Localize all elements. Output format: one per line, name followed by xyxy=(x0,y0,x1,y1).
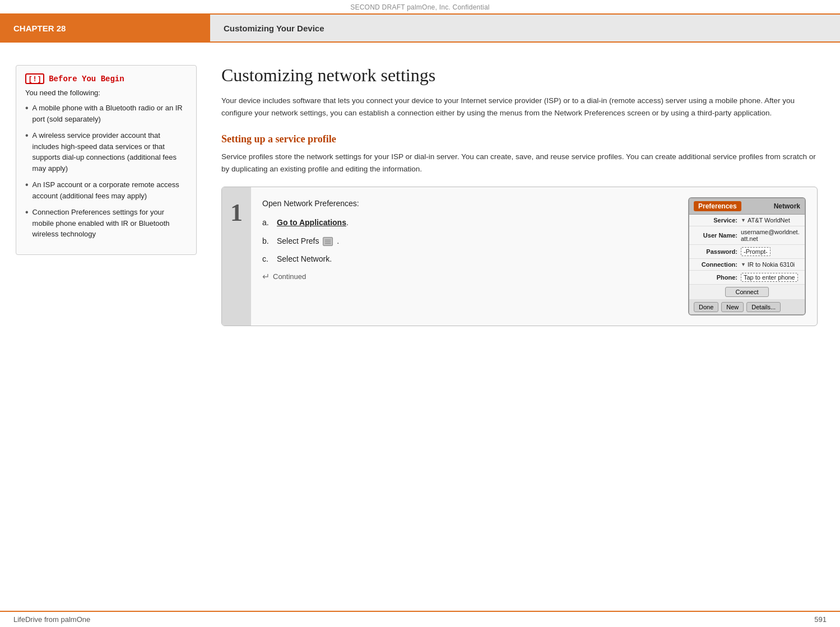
bullet-item-4: • Connection Preferences settings for yo… xyxy=(25,207,187,240)
done-button[interactable]: Done xyxy=(694,302,718,312)
connect-button[interactable]: Connect xyxy=(725,287,769,297)
before-begin-box: [ ! ] Before You Begin You need the foll… xyxy=(16,65,197,255)
device-row-password: Password: -Prompt- xyxy=(689,245,805,259)
bullet-item-2: • A wireless service provider account th… xyxy=(25,130,187,174)
device-value-username: username@worldnet. att.net xyxy=(741,229,800,242)
device-row-username: User Name: username@worldnet. att.net xyxy=(689,226,805,245)
sub-step-c-label: c. xyxy=(262,254,273,263)
go-to-applications-link[interactable]: Go to Applications xyxy=(277,218,346,227)
sub-step-b-text: Select Prefs . xyxy=(277,235,339,247)
prefs-icon xyxy=(323,237,333,246)
header-chapter: CHAPTER 28 xyxy=(0,15,210,41)
step-instructions: Open Network Preferences: a. Go to Appli… xyxy=(262,197,677,315)
bullet-dot-2: • xyxy=(25,131,29,141)
bullet-text-1: A mobile phone with a Bluetooth radio or… xyxy=(33,103,187,124)
device-header-network: Network xyxy=(774,202,800,210)
exclamation-icon: [ ! ] xyxy=(25,73,44,84)
before-begin-title: Before You Begin xyxy=(49,75,124,83)
dropdown-arrow-connection: ▼ xyxy=(741,262,746,267)
header-title: Customizing Your Device xyxy=(210,15,840,41)
sub-step-a: a. Go to Applications. xyxy=(262,216,677,229)
sidebar: [ ! ] Before You Begin You need the foll… xyxy=(0,59,210,349)
sub-step-a-text: Go to Applications. xyxy=(277,216,349,229)
device-value-connection: ▼ IR to Nokia 6310i xyxy=(741,261,800,268)
intro-text: Your device includes software that lets … xyxy=(221,95,818,120)
device-row-service: Service: ▼ AT&T WorldNet xyxy=(689,215,805,226)
device-value-phone: Tap to enter phone xyxy=(741,273,800,282)
step-box: 1 Open Network Preferences: a. Go to App… xyxy=(221,187,818,326)
bullet-text-4: Connection Preferences settings for your… xyxy=(33,207,187,240)
before-begin-subtitle: You need the following: xyxy=(25,89,187,97)
main-content: [ ! ] Before You Begin You need the foll… xyxy=(0,43,840,349)
step-content: Open Network Preferences: a. Go to Appli… xyxy=(251,187,817,326)
step-open-text: Open Network Preferences: xyxy=(262,197,677,210)
device-row-phone: Phone: Tap to enter phone xyxy=(689,271,805,285)
dropdown-arrow-service: ▼ xyxy=(741,217,746,223)
new-button[interactable]: New xyxy=(721,302,744,312)
sub-step-b: b. Select Prefs . xyxy=(262,235,677,247)
continued-text: Continued xyxy=(273,272,306,281)
device-value-password: -Prompt- xyxy=(741,247,800,256)
device-label-service: Service: xyxy=(694,217,737,224)
section-title: Customizing network settings xyxy=(221,65,818,86)
device-screenshot: Preferences Network Service: ▼ AT&T Worl… xyxy=(688,197,806,315)
sub-step-c: c. Select Network. xyxy=(262,253,677,265)
page-footer: LifeDrive from palmOne 591 xyxy=(0,611,840,627)
bullet-dot-3: • xyxy=(25,180,29,190)
sub-step-b-label: b. xyxy=(262,236,273,245)
bullet-item-1: • A mobile phone with a Bluetooth radio … xyxy=(25,103,187,124)
device-row-connection: Connection: ▼ IR to Nokia 6310i xyxy=(689,259,805,271)
bullet-item-3: • An ISP account or a corporate remote a… xyxy=(25,179,187,201)
device-label-connection: Connection: xyxy=(694,261,737,268)
step-number: 1 xyxy=(222,187,251,326)
device-footer: Done New Details... xyxy=(689,300,805,314)
bullet-text-3: An ISP account or a corporate remote acc… xyxy=(33,179,187,201)
footer-right: 591 xyxy=(814,615,827,624)
sub-step-b-suffix: . xyxy=(337,236,339,245)
password-input-box[interactable]: -Prompt- xyxy=(741,247,771,256)
bullet-text-2: A wireless service provider account that… xyxy=(33,130,187,174)
continued-arrow-icon: ↵ xyxy=(262,271,270,282)
device-label-phone: Phone: xyxy=(694,274,737,281)
connection-value-text: IR to Nokia 6310i xyxy=(748,261,795,268)
bullet-dot-4: • xyxy=(25,207,29,217)
bullet-dot-1: • xyxy=(25,103,29,113)
content-area: Customizing network settings Your device… xyxy=(210,59,840,349)
device-value-service: ▼ AT&T WorldNet xyxy=(741,217,800,224)
device-button-row: Connect xyxy=(689,285,805,300)
before-begin-header: [ ! ] Before You Begin xyxy=(25,73,187,84)
device-header-prefs: Preferences xyxy=(694,201,741,211)
subsection-title: Setting up a service profile xyxy=(221,133,818,145)
sub-step-c-text: Select Network. xyxy=(277,253,332,265)
continued-arrow: ↵ Continued xyxy=(262,271,677,282)
sub-step-b-content: Select Prefs xyxy=(277,236,319,245)
watermark: SECOND DRAFT palmOne, Inc. Confidential xyxy=(0,0,840,13)
header-bar: CHAPTER 28 Customizing Your Device xyxy=(0,13,840,43)
sub-step-a-label: a. xyxy=(262,218,273,227)
service-value-text: AT&T WorldNet xyxy=(748,217,790,224)
details-button[interactable]: Details... xyxy=(746,302,781,312)
device-label-password: Password: xyxy=(694,248,737,255)
phone-input-box[interactable]: Tap to enter phone xyxy=(741,273,798,282)
device-label-username: User Name: xyxy=(694,232,737,239)
subsection-text: Service profiles store the network setti… xyxy=(221,151,818,176)
device-header: Preferences Network xyxy=(689,198,805,215)
footer-left: LifeDrive from palmOne xyxy=(13,615,90,624)
sub-step-a-suffix: . xyxy=(346,218,349,227)
